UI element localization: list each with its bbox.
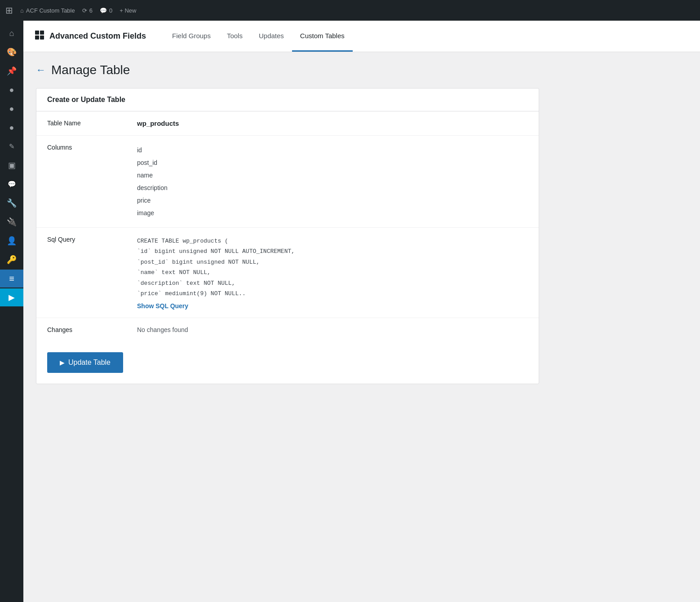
manage-table-card: Create or Update Table Table Name wp_pro…: [36, 88, 539, 384]
users-icon: 👤: [7, 236, 17, 246]
page-title: Manage Table: [51, 63, 130, 77]
main-area: Advanced Custom Fields Field Groups Tool…: [23, 21, 700, 602]
sidebar-item-media[interactable]: ●: [0, 81, 23, 99]
column-price: price: [137, 194, 528, 207]
plugin-nav: Field Groups Tools Updates Custom Tables: [164, 21, 353, 52]
update-table-label: Update Table: [68, 359, 111, 367]
wp-logo-icon[interactable]: ⊞: [5, 5, 13, 16]
info-table: Table Name wp_products Columns id post_i…: [36, 111, 539, 341]
comments-link[interactable]: 💬 0: [100, 7, 112, 14]
svg-rect-0: [35, 31, 39, 35]
table-row-name: Table Name wp_products: [36, 111, 539, 136]
sidebar-item-dashboard[interactable]: ⌂: [0, 24, 23, 42]
columns-list: id post_id name description price image: [137, 144, 528, 219]
card-title: Create or Update Table: [36, 89, 539, 111]
sidebar-item-runner[interactable]: ▶: [0, 288, 23, 306]
tools-icon: 🔧: [7, 198, 17, 208]
table-name-label: Table Name: [36, 111, 126, 136]
tab-updates[interactable]: Updates: [251, 21, 292, 52]
svg-rect-3: [40, 35, 44, 40]
sync-link[interactable]: ⟳ 6: [82, 7, 93, 14]
column-name: name: [137, 169, 528, 181]
media-icon: ●: [9, 85, 14, 95]
home-icon: ⌂: [20, 7, 24, 14]
admin-bar: ⊞ ⌂ ACF Custom Table ⟳ 6 💬 0 + New: [0, 0, 700, 21]
column-post-id: post_id: [137, 156, 528, 169]
custom-tables-icon: ≡: [9, 274, 14, 284]
comments-icon: ●: [9, 123, 14, 133]
column-description: description: [137, 181, 528, 194]
acf-grid-icon: [34, 30, 45, 43]
plugins-icon: 🔌: [7, 217, 17, 227]
sidebar-item-forms[interactable]: ▣: [0, 156, 23, 174]
pages-icon: ●: [9, 104, 14, 114]
feedback-icon: 💬: [8, 180, 16, 188]
sidebar: ⌂ 🎨 📌 ● ● ● ✎ ▣ 💬 🔧 🔌 👤 🔑 ≡ ▶: [0, 21, 23, 602]
sidebar-item-users[interactable]: 👤: [0, 232, 23, 250]
sidebar-item-acf[interactable]: ✎: [0, 137, 23, 155]
svg-rect-1: [40, 31, 44, 35]
columns-label: Columns: [36, 136, 126, 228]
svg-rect-2: [35, 35, 39, 40]
update-table-button[interactable]: ▶ Update Table: [47, 352, 123, 373]
table-row-changes: Changes No changes found: [36, 318, 539, 342]
settings-icon: 🔑: [7, 255, 17, 265]
appearance-icon: 🎨: [7, 47, 17, 57]
table-name-value: wp_products: [137, 120, 179, 127]
sync-icon: ⟳: [82, 7, 87, 14]
forms-icon: ▣: [8, 160, 16, 170]
changes-value: No changes found: [137, 326, 188, 333]
comment-icon: 💬: [100, 7, 107, 14]
layout: ⌂ 🎨 📌 ● ● ● ✎ ▣ 💬 🔧 🔌 👤 🔑 ≡ ▶: [0, 21, 700, 602]
posts-icon: 📌: [7, 66, 17, 76]
tab-field-groups[interactable]: Field Groups: [164, 21, 219, 52]
plugin-title-text: Advanced Custom Fields: [49, 31, 146, 41]
plugin-title: Advanced Custom Fields: [34, 30, 146, 43]
sidebar-item-pages[interactable]: ●: [0, 100, 23, 118]
sidebar-item-comments[interactable]: ●: [0, 119, 23, 137]
new-content-link[interactable]: + New: [120, 7, 136, 14]
plugin-header: Advanced Custom Fields Field Groups Tool…: [23, 21, 700, 52]
table-row-columns: Columns id post_id name description pric…: [36, 136, 539, 228]
acf-icon: ✎: [9, 142, 15, 150]
runner-icon: ▶: [9, 292, 15, 302]
sidebar-item-plugins[interactable]: 🔌: [0, 213, 23, 231]
table-row-sql: Sql Query CREATE TABLE wp_products ( `id…: [36, 228, 539, 318]
sidebar-item-custom-tables[interactable]: ≡: [0, 270, 23, 288]
column-id: id: [137, 144, 528, 156]
sidebar-item-appearance[interactable]: 🎨: [0, 43, 23, 61]
changes-label: Changes: [36, 318, 126, 342]
sidebar-item-settings[interactable]: 🔑: [0, 251, 23, 269]
tab-tools[interactable]: Tools: [219, 21, 251, 52]
column-image: image: [137, 207, 528, 219]
sidebar-item-feedback[interactable]: 💬: [0, 175, 23, 193]
play-icon: ▶: [60, 359, 65, 366]
site-name-link[interactable]: ⌂ ACF Custom Table: [20, 7, 75, 14]
sql-query-block: CREATE TABLE wp_products ( `id` bigint u…: [137, 236, 528, 299]
sql-query-label: Sql Query: [36, 228, 126, 318]
dashboard-icon: ⌂: [9, 29, 14, 38]
sidebar-item-tools[interactable]: 🔧: [0, 194, 23, 212]
sidebar-item-posts[interactable]: 📌: [0, 62, 23, 80]
page-title-row: ← Manage Table: [36, 63, 687, 77]
page-content: ← Manage Table Create or Update Table Ta…: [23, 52, 700, 602]
show-sql-link[interactable]: Show SQL Query: [137, 302, 188, 310]
tab-custom-tables[interactable]: Custom Tables: [292, 21, 353, 52]
back-button[interactable]: ←: [36, 64, 46, 76]
